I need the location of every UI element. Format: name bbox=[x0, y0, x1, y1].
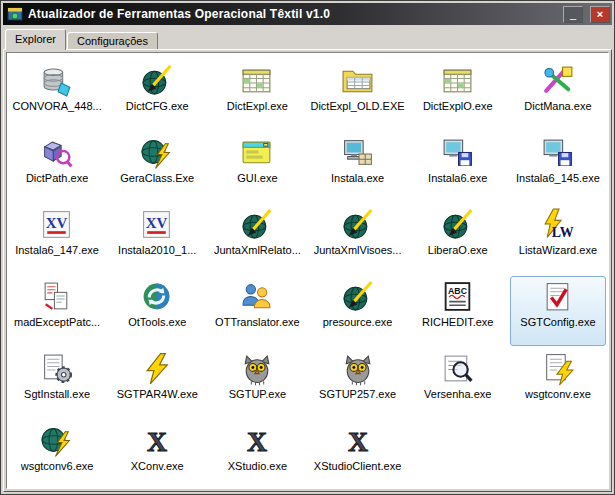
xv-icon: XV bbox=[40, 208, 74, 242]
tab-explorer[interactable]: Explorer bbox=[5, 29, 66, 50]
file-label: LiberaO.exe bbox=[428, 244, 488, 257]
tab-page: CONVORA_448... DictCFG.exe DictExpl.exe … bbox=[3, 49, 612, 492]
file-item[interactable]: LiberaO.exe bbox=[410, 204, 506, 274]
svg-text:X: X bbox=[247, 426, 267, 457]
file-label: DictExpl.exe bbox=[227, 100, 288, 113]
computer-disk-icon bbox=[541, 136, 575, 170]
svg-text:LW: LW bbox=[552, 225, 574, 240]
icon-grid: CONVORA_448... DictCFG.exe DictExpl.exe … bbox=[7, 53, 608, 489]
box-search-icon bbox=[40, 136, 74, 170]
file-label: OTTranslator.exe bbox=[215, 316, 300, 329]
file-item[interactable]: SGTUP257.exe bbox=[309, 348, 405, 418]
file-label: XStudio.exe bbox=[228, 460, 287, 473]
file-item[interactable]: madExceptPatc... bbox=[9, 276, 105, 346]
file-item[interactable]: Versenha.exe bbox=[410, 348, 506, 418]
file-label: GUI.exe bbox=[237, 172, 277, 185]
file-label: JuntaXmlRelato... bbox=[214, 244, 301, 257]
file-item[interactable]: JuntaXmlRelato... bbox=[209, 204, 305, 274]
file-label: XStudioClient.exe bbox=[314, 460, 401, 473]
file-item[interactable]: GeraClass.Exe bbox=[109, 132, 205, 202]
file-item[interactable]: Instala6_145.exe bbox=[510, 132, 606, 202]
search-doc-icon bbox=[441, 352, 475, 386]
file-label: wsgtconv.exe bbox=[525, 388, 591, 401]
file-label: CONVORA_448... bbox=[12, 100, 101, 113]
file-item[interactable]: OTTranslator.exe bbox=[209, 276, 305, 346]
window-title: Atualizador de Ferramentas Operacional T… bbox=[28, 7, 558, 21]
file-item[interactable]: LWListaWizard.exe bbox=[510, 204, 606, 274]
spreadsheet-icon bbox=[441, 64, 475, 98]
file-label: JuntaXmlVisoes... bbox=[314, 244, 402, 257]
file-item[interactable]: OtTools.exe bbox=[109, 276, 205, 346]
database-icon bbox=[40, 64, 74, 98]
svg-text:ABC: ABC bbox=[448, 286, 468, 296]
file-label: presource.exe bbox=[323, 316, 393, 329]
xv-icon: XV bbox=[140, 208, 174, 242]
file-label: Instala2010_1... bbox=[118, 244, 196, 257]
file-item[interactable]: DictExpl_OLD.EXE bbox=[309, 60, 405, 130]
file-label: DictCFG.exe bbox=[126, 100, 189, 113]
file-listview[interactable]: CONVORA_448... DictCFG.exe DictExpl.exe … bbox=[6, 52, 609, 489]
app-icon bbox=[7, 6, 23, 22]
file-item[interactable]: XXStudio.exe bbox=[209, 420, 305, 489]
lightning-icon bbox=[140, 352, 174, 386]
file-item[interactable]: XV Instala6_147.exe bbox=[9, 204, 105, 274]
file-item[interactable]: DictCFG.exe bbox=[109, 60, 205, 130]
app-window: Atualizador de Ferramentas Operacional T… bbox=[0, 0, 615, 495]
file-item[interactable]: DictExpl.exe bbox=[209, 60, 305, 130]
globe-dart-icon bbox=[240, 208, 274, 242]
file-item[interactable]: SGTPAR4W.exe bbox=[109, 348, 205, 418]
file-label: madExceptPatc... bbox=[14, 316, 100, 329]
file-item[interactable]: DictPath.exe bbox=[9, 132, 105, 202]
file-item[interactable]: Instala.exe bbox=[309, 132, 405, 202]
title-bar: Atualizador de Ferramentas Operacional T… bbox=[3, 3, 612, 25]
sync-sphere-icon bbox=[140, 280, 174, 314]
file-item[interactable]: GUI.exe bbox=[209, 132, 305, 202]
file-item[interactable]: SGTConfig.exe bbox=[510, 276, 606, 346]
close-button[interactable]: × bbox=[590, 6, 610, 23]
file-label: SGTUP.exe bbox=[229, 388, 286, 401]
file-item[interactable]: XV Instala2010_1... bbox=[109, 204, 205, 274]
file-item[interactable]: XXStudioClient.exe bbox=[309, 420, 405, 489]
patch-icon bbox=[40, 280, 74, 314]
people-icon bbox=[240, 280, 274, 314]
file-label: Versenha.exe bbox=[424, 388, 491, 401]
spreadsheet-icon bbox=[240, 64, 274, 98]
file-item[interactable]: presource.exe bbox=[309, 276, 405, 346]
file-item[interactable]: JuntaXmlVisoes... bbox=[309, 204, 405, 274]
file-label: OtTools.exe bbox=[128, 316, 186, 329]
folder-table-icon bbox=[341, 64, 375, 98]
file-label: Instala6_147.exe bbox=[15, 244, 99, 257]
file-label: wsgtconv6.exe bbox=[21, 460, 94, 473]
file-label: DictExplO.exe bbox=[423, 100, 493, 113]
globe-lightning-icon bbox=[140, 136, 174, 170]
file-item[interactable]: Instala6.exe bbox=[410, 132, 506, 202]
minimize-button[interactable]: _ bbox=[563, 6, 583, 23]
file-label: DictPath.exe bbox=[26, 172, 88, 185]
window-icon bbox=[240, 136, 274, 170]
file-label: GeraClass.Exe bbox=[120, 172, 194, 185]
file-label: Instala6.exe bbox=[428, 172, 487, 185]
globe-dart-icon bbox=[341, 280, 375, 314]
file-item[interactable]: SgtInstall.exe bbox=[9, 348, 105, 418]
file-item[interactable]: ABC RICHEDIT.exe bbox=[410, 276, 506, 346]
doc-lightning-icon bbox=[541, 352, 575, 386]
x-icon: X bbox=[240, 424, 274, 458]
file-label: DictMana.exe bbox=[524, 100, 591, 113]
globe-dart-icon bbox=[140, 64, 174, 98]
file-item[interactable]: SGTUP.exe bbox=[209, 348, 305, 418]
file-item[interactable]: DictExplO.exe bbox=[410, 60, 506, 130]
gear-doc-icon bbox=[40, 352, 74, 386]
file-item[interactable]: wsgtconv6.exe bbox=[9, 420, 105, 489]
svg-text:XV: XV bbox=[46, 215, 68, 231]
file-item[interactable]: CONVORA_448... bbox=[9, 60, 105, 130]
svg-text:X: X bbox=[147, 426, 167, 457]
file-item[interactable]: DictMana.exe bbox=[510, 60, 606, 130]
computer-disk-icon bbox=[441, 136, 475, 170]
svg-text:XV: XV bbox=[146, 215, 168, 231]
lw-icon: LW bbox=[541, 208, 575, 242]
file-item[interactable]: wsgtconv.exe bbox=[510, 348, 606, 418]
tab-configuracoes[interactable]: Configurações bbox=[67, 32, 158, 50]
x-icon: X bbox=[341, 424, 375, 458]
file-item[interactable]: XXConv.exe bbox=[109, 420, 205, 489]
file-label: ListaWizard.exe bbox=[519, 244, 597, 257]
